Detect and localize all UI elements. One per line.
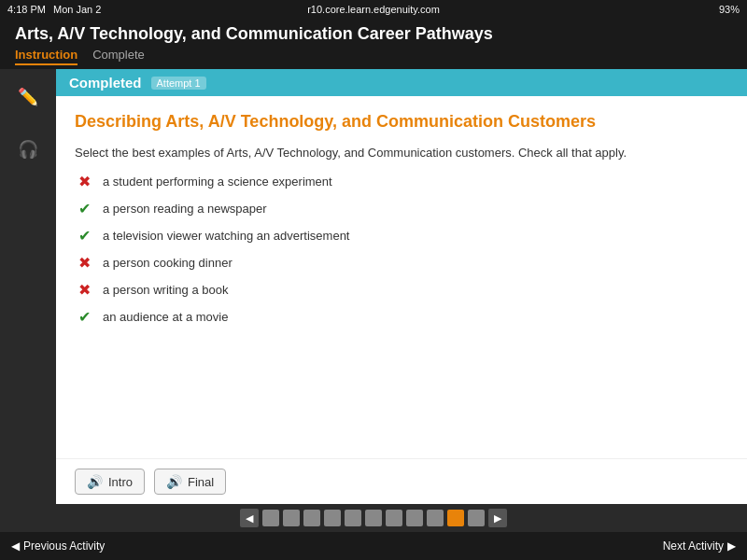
checkmark-icon: ✔ [75, 308, 93, 326]
page-dot[interactable] [447, 510, 464, 526]
tab-instruction[interactable]: Instruction [15, 48, 78, 65]
x-icon: ✖ [75, 281, 93, 299]
audio-icon-intro: 🔊 [87, 474, 103, 489]
page-prev-arrow[interactable]: ◀ [240, 509, 259, 527]
course-title: Arts, A/V Technology, and Communication … [15, 24, 732, 44]
page-dots-container [262, 510, 485, 526]
page-dot[interactable] [345, 510, 361, 526]
list-item: ✔a television viewer watching an adverti… [75, 227, 728, 245]
status-date: Mon Jan 2 [53, 4, 101, 15]
page-dot[interactable] [303, 510, 320, 526]
edit-icon[interactable]: ✏️ [11, 80, 45, 114]
audio-icon-final: 🔊 [166, 474, 182, 489]
prev-activity-label: Previous Activity [23, 539, 105, 553]
choice-text: a person cooking dinner [103, 256, 233, 270]
content-inner: Describing Arts, A/V Technology, and Com… [56, 96, 747, 458]
attempt-badge: Attempt 1 [151, 77, 206, 90]
page-dot[interactable] [262, 510, 279, 526]
next-activity-label: Next Activity [663, 539, 724, 553]
list-item: ✖a student performing a science experime… [75, 173, 728, 190]
content-area: Completed Attempt 1 Describing Arts, A/V… [56, 69, 747, 504]
question-title: Describing Arts, A/V Technology, and Com… [75, 111, 728, 133]
page-dot[interactable] [283, 510, 300, 526]
status-url: r10.core.learn.edgenuity.com [307, 4, 440, 15]
final-label: Final [188, 475, 214, 489]
intro-button[interactable]: 🔊 Intro [75, 469, 145, 495]
final-button[interactable]: 🔊 Final [154, 469, 226, 495]
checkmark-icon: ✔ [75, 200, 93, 217]
x-icon: ✖ [75, 254, 93, 272]
headphones-icon[interactable]: 🎧 [11, 133, 45, 166]
checkmark-icon: ✔ [75, 227, 93, 245]
content-footer: 🔊 Intro 🔊 Final [56, 458, 747, 504]
choice-text: an audience at a movie [103, 310, 228, 324]
completed-bar: Completed Attempt 1 [56, 69, 747, 96]
list-item: ✖a person cooking dinner [75, 254, 728, 272]
page-next-arrow[interactable]: ▶ [488, 509, 507, 527]
prev-activity-button[interactable]: ◀ Previous Activity [11, 539, 105, 553]
status-bar: 4:18 PM Mon Jan 2 r10.core.learn.edgenui… [0, 0, 747, 19]
pagination-bar: ◀ ▶ [0, 504, 747, 532]
page-dot[interactable] [365, 510, 382, 526]
next-activity-button[interactable]: Next Activity ▶ [663, 539, 736, 553]
completed-label: Completed [69, 75, 142, 91]
list-item: ✖a person writing a book [75, 281, 728, 299]
page-dot[interactable] [324, 510, 341, 526]
page-dot[interactable] [386, 510, 402, 526]
intro-label: Intro [108, 475, 133, 489]
page-dot[interactable] [468, 510, 485, 526]
x-icon: ✖ [75, 173, 93, 190]
instruction-text: Select the best examples of Arts, A/V Te… [75, 146, 728, 160]
choice-text: a person writing a book [103, 283, 228, 297]
nav-tabs: Instruction Complete [15, 48, 732, 65]
main-layout: ✏️ 🎧 Completed Attempt 1 Describing Arts… [0, 69, 747, 504]
choice-text: a student performing a science experimen… [103, 175, 332, 189]
choice-list: ✖a student performing a science experime… [75, 173, 728, 326]
next-arrow-icon: ▶ [727, 539, 736, 553]
page-dot[interactable] [427, 510, 444, 526]
list-item: ✔a person reading a newspaper [75, 200, 728, 217]
tab-complete[interactable]: Complete [92, 48, 145, 65]
top-header: Arts, A/V Technology, and Communication … [0, 19, 747, 69]
left-sidebar: ✏️ 🎧 [0, 69, 56, 504]
prev-arrow-icon: ◀ [11, 539, 20, 553]
status-time: 4:18 PM [7, 4, 46, 15]
status-battery: 93% [719, 4, 740, 15]
bottom-bar: ◀ Previous Activity Next Activity ▶ [0, 532, 747, 560]
page-dot[interactable] [406, 510, 423, 526]
choice-text: a person reading a newspaper [103, 202, 267, 216]
list-item: ✔an audience at a movie [75, 308, 728, 326]
choice-text: a television viewer watching an advertis… [103, 229, 349, 243]
